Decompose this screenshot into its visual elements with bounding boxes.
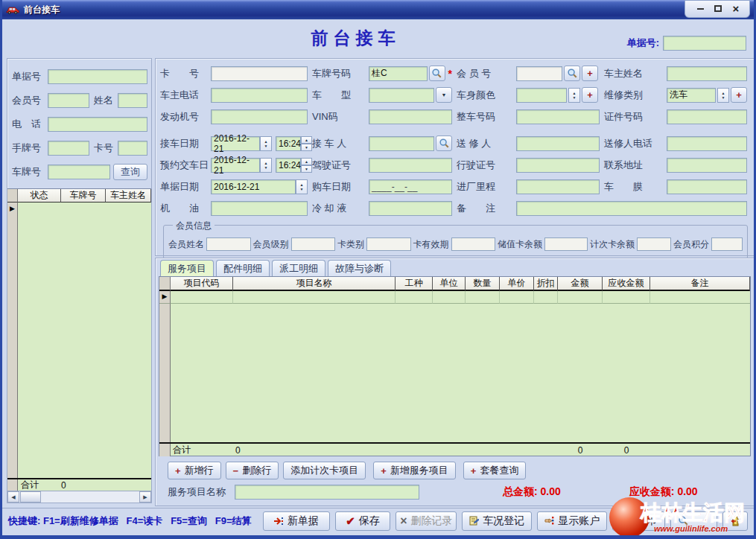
col-unit[interactable]: 单位: [433, 277, 466, 291]
receive-date-input[interactable]: 2016-12-21: [211, 136, 260, 151]
coolant-input[interactable]: [369, 201, 452, 216]
count-balance-input[interactable]: [637, 237, 671, 251]
member-level-input[interactable]: [291, 237, 336, 251]
whole-car-no-input[interactable]: [516, 109, 600, 124]
col-plate[interactable]: 车牌号: [61, 189, 106, 202]
member-add-button[interactable]: +: [582, 66, 598, 81]
card-valid-input[interactable]: [451, 237, 496, 251]
maximize-button[interactable]: [711, 3, 725, 14]
sb-doc-input[interactable]: [48, 69, 147, 84]
car-film-input[interactable]: [667, 179, 747, 194]
address-input[interactable]: [667, 158, 747, 173]
card-type-input[interactable]: [366, 237, 411, 251]
col-quantity[interactable]: 数量: [466, 277, 500, 291]
driver-license-input[interactable]: [369, 158, 452, 173]
grid-current-row[interactable]: ▶: [159, 291, 750, 304]
col-discount[interactable]: 折扣: [534, 277, 558, 291]
col-item-name[interactable]: 项目名称: [233, 277, 396, 291]
col-status[interactable]: 状态: [18, 189, 61, 202]
sb-plate-input[interactable]: [48, 165, 110, 179]
add-service-item-button[interactable]: +新增服务项目: [373, 462, 456, 479]
lookup-button[interactable]: [670, 511, 717, 531]
tab-dispatch-detail[interactable]: 派工明细: [272, 260, 325, 276]
doc-date-spinner[interactable]: ▲▼: [296, 179, 308, 194]
add-count-card-item-button[interactable]: 添加计次卡项目: [283, 462, 366, 479]
appoint-time-input[interactable]: 16:24: [276, 158, 301, 173]
delete-row-button[interactable]: −删除行: [226, 462, 279, 479]
member-points-input[interactable]: [711, 237, 743, 251]
repair-type-add-button[interactable]: +: [731, 87, 747, 103]
appoint-time-spinner[interactable]: ▲▼: [301, 158, 312, 173]
plate-no-input[interactable]: 桂C: [369, 66, 428, 81]
delete-record-button[interactable]: × 删除记录: [396, 511, 457, 531]
col-owner[interactable]: 车主姓名: [106, 189, 151, 202]
new-doc-button[interactable]: 新单据: [263, 511, 330, 531]
purchase-date-input[interactable]: ____-__-__: [369, 179, 452, 194]
id-no-input[interactable]: [667, 109, 747, 124]
engine-oil-input[interactable]: [211, 201, 308, 216]
sidebar-hscrollbar[interactable]: ◀ ▶: [7, 491, 151, 503]
receiver-search-button[interactable]: [436, 135, 452, 151]
appoint-date-input[interactable]: 2016-12-21: [211, 158, 260, 173]
receiver-input[interactable]: [369, 136, 434, 151]
close-button[interactable]: ×: [728, 3, 743, 14]
sender-input[interactable]: [516, 136, 600, 151]
car-model-combo[interactable]: [369, 88, 434, 103]
add-row-button[interactable]: +新增行: [168, 462, 221, 479]
print-button[interactable]: 打印: [612, 511, 665, 531]
engine-no-input[interactable]: [211, 109, 308, 124]
col-work-type[interactable]: 工种: [396, 277, 433, 291]
stored-balance-input[interactable]: [544, 237, 588, 251]
sb-phone-input[interactable]: [48, 117, 147, 132]
repair-type-combo[interactable]: 洗车: [667, 88, 716, 103]
member-no-input[interactable]: [516, 66, 562, 81]
service-name-input[interactable]: [235, 485, 419, 500]
plate-search-button[interactable]: [429, 66, 445, 81]
car-status-button[interactable]: 车况登记: [462, 511, 532, 531]
mileage-input[interactable]: [516, 179, 600, 194]
remark-input[interactable]: [516, 201, 747, 216]
sb-card-input[interactable]: [118, 141, 147, 156]
body-color-combo[interactable]: [516, 88, 567, 103]
docno-input[interactable]: [663, 36, 746, 51]
grid-empty-area[interactable]: [159, 304, 750, 442]
exit-button[interactable]: [722, 511, 748, 531]
minimize-button[interactable]: [693, 3, 708, 14]
vehicle-list-body[interactable]: ▶: [7, 202, 151, 478]
tab-fault-diagnosis[interactable]: 故障与诊断: [328, 260, 391, 276]
sb-name-input[interactable]: [118, 93, 147, 108]
query-button[interactable]: 查询: [113, 164, 147, 180]
sender-phone-input[interactable]: [667, 136, 747, 151]
vin-input[interactable]: [369, 109, 452, 124]
save-button[interactable]: ✔ 保存: [335, 511, 391, 531]
doc-date-input[interactable]: 2016-12-21: [211, 179, 296, 194]
col-receivable[interactable]: 应收金额: [603, 277, 650, 291]
receive-date-spinner[interactable]: ▲▼: [260, 136, 272, 151]
chevron-down-icon[interactable]: ▼: [436, 87, 452, 103]
owner-phone-input[interactable]: [211, 88, 308, 103]
col-amount[interactable]: 金额: [558, 277, 603, 291]
repair-type-spinner[interactable]: ▲▼: [717, 88, 729, 103]
tab-parts-detail[interactable]: 配件明细: [216, 260, 270, 276]
owner-name-input[interactable]: [667, 66, 747, 81]
sb-tag-input[interactable]: [48, 141, 89, 156]
vehicle-license-input[interactable]: [516, 158, 600, 173]
col-unit-price[interactable]: 单价: [500, 277, 534, 291]
receive-time-input[interactable]: 16:24: [276, 136, 301, 151]
receive-time-spinner[interactable]: ▲▼: [301, 136, 312, 151]
scroll-thumb[interactable]: [20, 491, 41, 503]
scroll-right-icon[interactable]: ▶: [139, 491, 151, 503]
show-account-button[interactable]: 显示账户: [537, 511, 607, 531]
card-no-input[interactable]: [211, 66, 308, 81]
package-query-button[interactable]: +套餐查询: [463, 462, 527, 479]
body-color-add-button[interactable]: +: [582, 87, 598, 103]
col-item-code[interactable]: 项目代码: [171, 277, 233, 291]
member-name-input[interactable]: [206, 237, 251, 251]
body-color-spinner[interactable]: ▲▼: [568, 88, 580, 103]
col-remark[interactable]: 备注: [650, 277, 750, 291]
member-search-button[interactable]: [564, 66, 580, 81]
tab-service-items[interactable]: 服务项目: [160, 260, 214, 276]
appoint-date-spinner[interactable]: ▲▼: [260, 158, 272, 173]
sb-member-input[interactable]: [48, 93, 89, 108]
scroll-left-icon[interactable]: ◀: [7, 491, 19, 503]
